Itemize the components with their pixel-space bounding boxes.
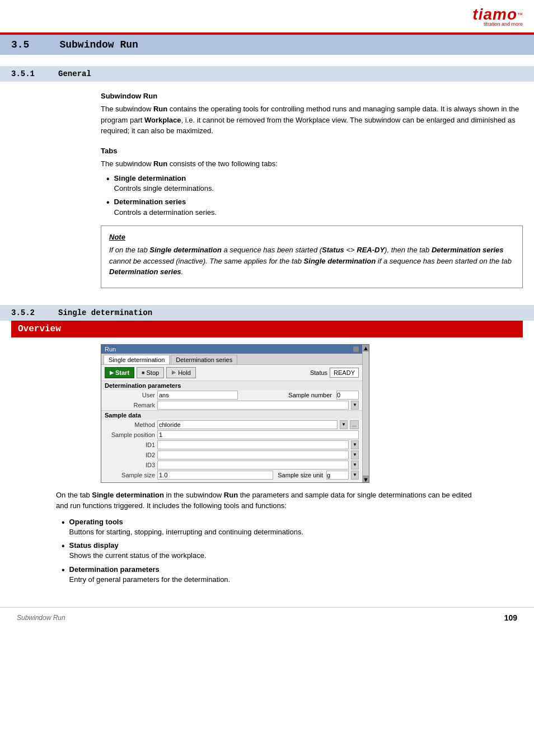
logo: tiamo™ titration and more	[472, 6, 523, 27]
section-3-5-title: 3.5 Subwindow Run	[11, 39, 523, 50]
page-number: 109	[504, 613, 517, 622]
sample-size-label: Sample size	[105, 472, 155, 478]
method-row: Method ▼ ...	[101, 420, 362, 430]
run-widget: Run Single determination Determination s…	[101, 344, 369, 483]
hold-button[interactable]: Hold	[166, 367, 196, 378]
logo-tm: ™	[517, 12, 523, 18]
id2-input[interactable]	[157, 450, 349, 459]
remark-dropdown-icon[interactable]: ▼	[351, 401, 359, 410]
run-widget-main: Run Single determination Determination s…	[101, 345, 362, 482]
id2-dropdown-icon[interactable]: ▼	[351, 450, 359, 459]
scroll-up-arrow[interactable]: ▲	[363, 345, 369, 351]
remark-input[interactable]	[157, 401, 349, 410]
run-tabs-bar: Single determination Determination serie…	[101, 354, 362, 365]
status-display: Status READY	[310, 368, 359, 378]
overview-section: Overview Run Single determination Determ…	[11, 321, 523, 585]
id1-label: ID1	[105, 442, 155, 448]
scroll-track[interactable]	[363, 351, 369, 476]
id1-row: ID1 ▼	[101, 440, 362, 450]
widget-minimize-icon[interactable]	[353, 346, 359, 352]
note-box: Note If on the tab Single determination …	[101, 226, 523, 288]
sample-size-unit-label: Sample size unit	[278, 472, 323, 478]
tab2-label: Determination series	[114, 198, 186, 206]
page-footer: Subwindow Run 109	[0, 607, 534, 628]
overview-desc-para: On the tab Single determination in the s…	[56, 490, 478, 511]
status-value: READY	[330, 368, 359, 378]
method-ellipsis-button[interactable]: ...	[350, 420, 359, 429]
bullet1-label: Operating tools	[69, 518, 123, 526]
id1-input[interactable]	[157, 440, 349, 449]
bullet3-label: Determination parameters	[69, 565, 160, 574]
subheading-tabs: Tabs	[101, 147, 523, 155]
run-widget-inner: Run Single determination Determination s…	[101, 345, 369, 482]
tabs-list: Single determination Controls single det…	[101, 173, 523, 218]
list-item: Determination series Controls a determin…	[106, 197, 523, 217]
bullet2-desc: Shows the current status of the workplac…	[69, 551, 207, 561]
tab1-desc: Controls single determinations.	[114, 184, 214, 194]
bullet1-desc: Buttons for starting, stopping, interrup…	[69, 527, 303, 537]
user-input[interactable]	[157, 391, 238, 400]
user-label: User	[105, 392, 155, 398]
subwindow-run-block: Subwindow Run The subwindow Run contains…	[101, 92, 523, 288]
user-row: User Sample number	[101, 390, 362, 400]
det-params-section-label: Determination parameters	[101, 381, 362, 390]
section-3-5-1-title: 3.5.1 General	[11, 69, 523, 78]
id3-dropdown-icon[interactable]: ▼	[351, 461, 359, 469]
list-item: Status display Shows the current status …	[62, 541, 478, 561]
id3-label: ID3	[105, 462, 155, 468]
run-widget-container: Run Single determination Determination s…	[56, 344, 478, 483]
run-controls-bar: Start Stop Hold Status READY	[101, 365, 362, 381]
method-dropdown-icon[interactable]: ▼	[340, 420, 348, 429]
section-3-5-2-title: 3.5.2 Single determination	[11, 308, 523, 317]
section-3-5-1-content: Subwindow Run The subwindow Run contains…	[0, 92, 534, 288]
tab1-label: Single determination	[114, 174, 186, 182]
sample-data-section-label: Sample data	[101, 410, 362, 420]
tab-determination-series[interactable]: Determination series	[171, 355, 237, 364]
section-3-5-1-header: 3.5.1 General	[0, 66, 534, 82]
id3-input[interactable]	[157, 461, 349, 469]
overview-header: Overview	[11, 321, 523, 337]
scrollbar[interactable]: ▲ ▼	[362, 345, 369, 482]
list-item: Operating tools Buttons for starting, st…	[62, 517, 478, 537]
tab2-desc: Controls a determination series.	[114, 208, 217, 218]
scroll-down-arrow[interactable]: ▼	[363, 476, 369, 482]
remark-row: Remark ▼	[101, 400, 362, 410]
id3-row: ID3 ▼	[101, 460, 362, 470]
sample-size-unit-input[interactable]	[326, 471, 349, 480]
para-subwindow-run: The subwindow Run contains the operating…	[101, 104, 523, 137]
footer-left: Subwindow Run	[17, 614, 65, 622]
note-content: If on the tab Single determination a seq…	[109, 245, 514, 278]
tab-single-determination[interactable]: Single determination	[104, 355, 170, 364]
bullet2-label: Status display	[69, 541, 119, 550]
overview-bullets-list: Operating tools Buttons for starting, st…	[56, 517, 478, 585]
note-title: Note	[109, 232, 514, 243]
section-3-5-2-header: 3.5.2 Single determination	[0, 305, 534, 321]
run-widget-title-text: Run	[105, 346, 116, 353]
sample-number-label: Sample number	[288, 392, 332, 398]
list-item: Determination parameters Entry of genera…	[62, 565, 478, 585]
method-label: Method	[105, 421, 155, 428]
method-input[interactable]	[157, 420, 338, 429]
id1-dropdown-icon[interactable]: ▼	[351, 440, 359, 449]
list-item: Single determination Controls single det…	[106, 173, 523, 194]
id2-row: ID2 ▼	[101, 450, 362, 460]
overview-description: On the tab Single determination in the s…	[56, 490, 478, 585]
status-text-label: Status	[310, 369, 327, 376]
page-header: tiamo™ titration and more	[0, 0, 534, 34]
start-button[interactable]: Start	[105, 367, 134, 378]
id2-label: ID2	[105, 452, 155, 458]
run-widget-title-bar: Run	[101, 345, 362, 354]
bullet3-desc: Entry of general parameters for the dete…	[69, 575, 231, 585]
para-tabs-intro: The subwindow Run consists of the two fo…	[101, 158, 523, 170]
sample-size-row: Sample size Sample size unit ▼	[101, 470, 362, 480]
sample-number-input[interactable]	[336, 391, 359, 400]
logo-text: tiamo	[472, 6, 517, 23]
sample-size-input[interactable]	[157, 471, 273, 480]
section-3-5-header: 3.5 Subwindow Run	[0, 35, 534, 55]
sample-pos-label: Sample position	[105, 431, 155, 438]
sample-pos-input[interactable]	[157, 430, 359, 439]
remark-label: Remark	[105, 402, 155, 408]
sample-unit-dropdown-icon[interactable]: ▼	[351, 471, 359, 480]
subheading-subwindow-run: Subwindow Run	[101, 92, 523, 100]
stop-button[interactable]: Stop	[137, 367, 164, 378]
